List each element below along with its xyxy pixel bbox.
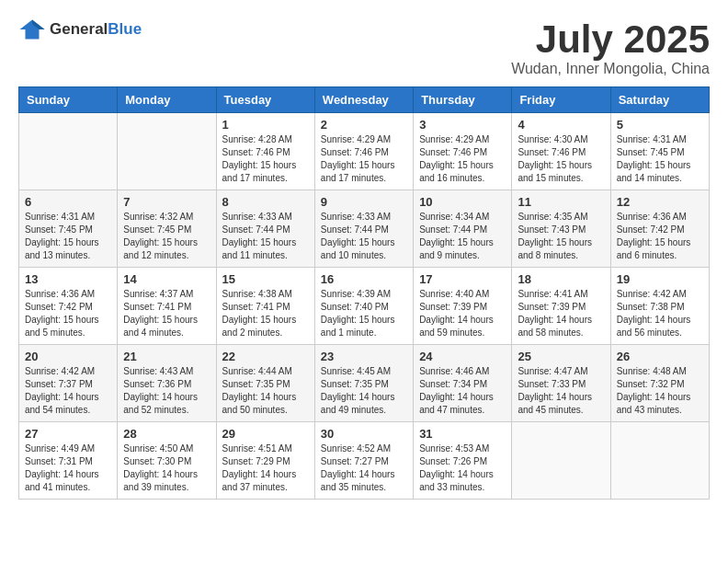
calendar-header-sunday: Sunday <box>19 87 118 113</box>
logo: General Blue <box>18 18 142 40</box>
calendar-cell: 3Sunrise: 4:29 AM Sunset: 7:46 PM Daylig… <box>414 113 512 190</box>
calendar-cell: 9Sunrise: 4:33 AM Sunset: 7:44 PM Daylig… <box>314 190 413 268</box>
day-number: 17 <box>419 272 506 286</box>
day-detail: Sunrise: 4:29 AM Sunset: 7:46 PM Dayligh… <box>321 133 407 185</box>
title-section: July 2025 Wudan, Inner Mongolia, China <box>511 18 710 77</box>
day-number: 6 <box>25 195 111 209</box>
day-number: 7 <box>123 195 210 209</box>
day-number: 23 <box>321 350 407 363</box>
day-number: 11 <box>518 195 604 209</box>
day-number: 16 <box>321 272 407 286</box>
day-detail: Sunrise: 4:41 AM Sunset: 7:39 PM Dayligh… <box>518 288 604 339</box>
day-number: 9 <box>321 195 407 209</box>
calendar-cell: 22Sunrise: 4:44 AM Sunset: 7:35 PM Dayli… <box>216 345 314 422</box>
day-detail: Sunrise: 4:42 AM Sunset: 7:37 PM Dayligh… <box>25 365 111 417</box>
calendar-week-2: 6Sunrise: 4:31 AM Sunset: 7:45 PM Daylig… <box>19 190 710 268</box>
logo-blue: Blue <box>108 20 142 39</box>
day-number: 2 <box>321 118 407 132</box>
day-detail: Sunrise: 4:31 AM Sunset: 7:45 PM Dayligh… <box>25 211 111 262</box>
calendar-cell: 7Sunrise: 4:32 AM Sunset: 7:45 PM Daylig… <box>118 190 216 268</box>
calendar-cell: 30Sunrise: 4:52 AM Sunset: 7:27 PM Dayli… <box>314 422 413 500</box>
calendar-cell: 2Sunrise: 4:29 AM Sunset: 7:46 PM Daylig… <box>314 113 413 190</box>
calendar-cell: 31Sunrise: 4:53 AM Sunset: 7:26 PM Dayli… <box>414 422 512 500</box>
calendar-cell: 16Sunrise: 4:39 AM Sunset: 7:40 PM Dayli… <box>314 268 413 345</box>
day-detail: Sunrise: 4:52 AM Sunset: 7:27 PM Dayligh… <box>321 442 407 494</box>
day-detail: Sunrise: 4:32 AM Sunset: 7:45 PM Dayligh… <box>123 211 210 262</box>
day-detail: Sunrise: 4:33 AM Sunset: 7:44 PM Dayligh… <box>321 211 407 262</box>
calendar-cell: 26Sunrise: 4:48 AM Sunset: 7:32 PM Dayli… <box>610 345 709 422</box>
calendar-cell: 15Sunrise: 4:38 AM Sunset: 7:41 PM Dayli… <box>216 268 314 345</box>
day-number: 3 <box>419 118 506 132</box>
calendar-cell: 11Sunrise: 4:35 AM Sunset: 7:43 PM Dayli… <box>512 190 610 268</box>
day-number: 25 <box>518 350 604 363</box>
day-number: 30 <box>321 427 407 441</box>
day-number: 10 <box>419 195 506 209</box>
day-detail: Sunrise: 4:46 AM Sunset: 7:34 PM Dayligh… <box>419 365 506 417</box>
day-number: 12 <box>617 195 703 209</box>
day-detail: Sunrise: 4:34 AM Sunset: 7:44 PM Dayligh… <box>419 211 506 262</box>
logo-icon <box>18 18 46 40</box>
day-detail: Sunrise: 4:53 AM Sunset: 7:26 PM Dayligh… <box>419 442 506 494</box>
logo-general: General <box>50 20 108 39</box>
calendar-cell: 29Sunrise: 4:51 AM Sunset: 7:29 PM Dayli… <box>216 422 314 500</box>
calendar-table: SundayMondayTuesdayWednesdayThursdayFrid… <box>18 86 710 500</box>
calendar-cell <box>512 422 610 500</box>
calendar-cell <box>610 422 709 500</box>
calendar-week-3: 13Sunrise: 4:36 AM Sunset: 7:42 PM Dayli… <box>19 268 710 345</box>
calendar-header-friday: Friday <box>512 87 610 113</box>
day-number: 13 <box>25 272 111 286</box>
day-detail: Sunrise: 4:37 AM Sunset: 7:41 PM Dayligh… <box>123 288 210 339</box>
day-detail: Sunrise: 4:45 AM Sunset: 7:35 PM Dayligh… <box>321 365 407 417</box>
day-detail: Sunrise: 4:49 AM Sunset: 7:31 PM Dayligh… <box>25 442 111 494</box>
day-detail: Sunrise: 4:36 AM Sunset: 7:42 PM Dayligh… <box>25 288 111 339</box>
calendar-cell: 13Sunrise: 4:36 AM Sunset: 7:42 PM Dayli… <box>19 268 118 345</box>
day-number: 24 <box>419 350 506 363</box>
day-number: 19 <box>617 272 703 286</box>
day-detail: Sunrise: 4:39 AM Sunset: 7:40 PM Dayligh… <box>321 288 407 339</box>
day-detail: Sunrise: 4:42 AM Sunset: 7:38 PM Dayligh… <box>617 288 703 339</box>
calendar-cell: 21Sunrise: 4:43 AM Sunset: 7:36 PM Dayli… <box>118 345 216 422</box>
calendar-cell: 14Sunrise: 4:37 AM Sunset: 7:41 PM Dayli… <box>118 268 216 345</box>
calendar-cell <box>19 113 118 190</box>
calendar-header-thursday: Thursday <box>414 87 512 113</box>
calendar-cell: 5Sunrise: 4:31 AM Sunset: 7:45 PM Daylig… <box>610 113 709 190</box>
calendar-cell: 23Sunrise: 4:45 AM Sunset: 7:35 PM Dayli… <box>314 345 413 422</box>
calendar-cell <box>118 113 216 190</box>
page-subtitle: Wudan, Inner Mongolia, China <box>511 61 710 77</box>
day-number: 18 <box>518 272 604 286</box>
day-detail: Sunrise: 4:29 AM Sunset: 7:46 PM Dayligh… <box>419 133 506 185</box>
calendar-cell: 17Sunrise: 4:40 AM Sunset: 7:39 PM Dayli… <box>414 268 512 345</box>
calendar-header-saturday: Saturday <box>610 87 709 113</box>
calendar-header-monday: Monday <box>118 87 216 113</box>
calendar-cell: 10Sunrise: 4:34 AM Sunset: 7:44 PM Dayli… <box>414 190 512 268</box>
day-detail: Sunrise: 4:33 AM Sunset: 7:44 PM Dayligh… <box>222 211 309 262</box>
calendar-cell: 1Sunrise: 4:28 AM Sunset: 7:46 PM Daylig… <box>216 113 314 190</box>
calendar-cell: 18Sunrise: 4:41 AM Sunset: 7:39 PM Dayli… <box>512 268 610 345</box>
day-detail: Sunrise: 4:47 AM Sunset: 7:33 PM Dayligh… <box>518 365 604 417</box>
day-detail: Sunrise: 4:36 AM Sunset: 7:42 PM Dayligh… <box>617 211 703 262</box>
day-detail: Sunrise: 4:30 AM Sunset: 7:46 PM Dayligh… <box>518 133 604 185</box>
day-number: 31 <box>419 427 506 441</box>
day-number: 29 <box>222 427 309 441</box>
day-number: 5 <box>617 118 703 132</box>
day-number: 21 <box>123 350 210 363</box>
day-detail: Sunrise: 4:43 AM Sunset: 7:36 PM Dayligh… <box>123 365 210 417</box>
day-detail: Sunrise: 4:50 AM Sunset: 7:30 PM Dayligh… <box>123 442 210 494</box>
day-detail: Sunrise: 4:31 AM Sunset: 7:45 PM Dayligh… <box>617 133 703 185</box>
day-number: 27 <box>25 427 111 441</box>
header: General Blue July 2025 Wudan, Inner Mong… <box>18 18 710 77</box>
day-number: 1 <box>222 118 309 132</box>
day-number: 4 <box>518 118 604 132</box>
calendar-cell: 12Sunrise: 4:36 AM Sunset: 7:42 PM Dayli… <box>610 190 709 268</box>
day-detail: Sunrise: 4:40 AM Sunset: 7:39 PM Dayligh… <box>419 288 506 339</box>
day-number: 15 <box>222 272 309 286</box>
day-number: 8 <box>222 195 309 209</box>
calendar-header-tuesday: Tuesday <box>216 87 314 113</box>
calendar-cell: 4Sunrise: 4:30 AM Sunset: 7:46 PM Daylig… <box>512 113 610 190</box>
calendar-cell: 8Sunrise: 4:33 AM Sunset: 7:44 PM Daylig… <box>216 190 314 268</box>
day-number: 14 <box>123 272 210 286</box>
day-detail: Sunrise: 4:38 AM Sunset: 7:41 PM Dayligh… <box>222 288 309 339</box>
day-number: 26 <box>617 350 703 363</box>
day-detail: Sunrise: 4:44 AM Sunset: 7:35 PM Dayligh… <box>222 365 309 417</box>
calendar-cell: 27Sunrise: 4:49 AM Sunset: 7:31 PM Dayli… <box>19 422 118 500</box>
